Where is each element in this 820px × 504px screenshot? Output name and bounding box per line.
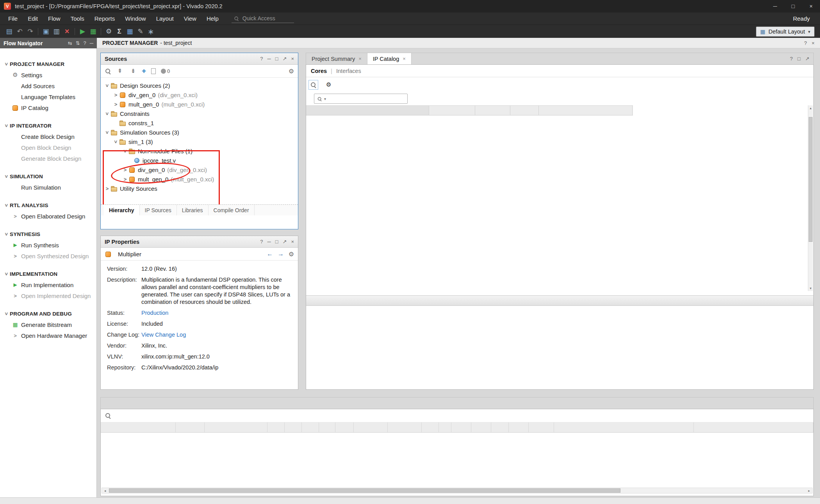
close-icon[interactable]: ×	[358, 56, 362, 62]
tree-row[interactable]: Design Sources (2)	[101, 81, 298, 90]
column-header[interactable]	[510, 106, 539, 115]
flow-navigator-item[interactable]: Language Templates	[0, 91, 96, 102]
property-value[interactable]: View Change Log	[141, 331, 296, 339]
column-header[interactable]	[285, 422, 302, 432]
tree-row[interactable]: div_gen_0 (div_gen_0.xci)	[101, 90, 298, 99]
expander-icon[interactable]	[122, 167, 128, 173]
minimize-icon[interactable]: ─	[267, 56, 271, 62]
flow-navigator-item[interactable]: Run Simulation	[0, 182, 96, 193]
column-header[interactable]	[451, 422, 471, 432]
column-header[interactable]	[475, 106, 510, 115]
expander-icon[interactable]	[122, 148, 128, 154]
horizontal-scrollbar[interactable]: ◂ ▸	[102, 488, 813, 493]
subtab-interfaces[interactable]: Interfaces	[336, 68, 361, 74]
catalog-search-input[interactable]: ▾	[314, 94, 408, 104]
maximize-icon[interactable]: □	[275, 239, 278, 245]
sources-tab[interactable]: Libraries	[177, 205, 209, 215]
expander-icon[interactable]	[104, 110, 111, 117]
column-header[interactable]	[539, 106, 633, 115]
section-header[interactable]: IP INTEGRATOR	[0, 120, 96, 131]
report-sum-icon[interactable]	[114, 27, 125, 37]
expand-sections-icon[interactable]: ⇅	[76, 40, 80, 46]
expander-icon[interactable]	[104, 129, 111, 136]
maximize-icon[interactable]: □	[797, 56, 800, 62]
column-header[interactable]	[471, 422, 491, 432]
minimize-button[interactable]: ─	[766, 0, 784, 12]
tree-row[interactable]: Non-module Files (1)	[101, 146, 298, 156]
menu-item[interactable]: Edit	[23, 12, 43, 25]
tree-row[interactable]: ipcore_test.v	[101, 156, 298, 165]
copy-icon[interactable]	[51, 27, 62, 37]
flow-navigator-item[interactable]: Open Hardware Manager	[0, 330, 96, 341]
separator[interactable]	[101, 28, 101, 35]
minimize-icon[interactable]: ─	[267, 239, 271, 245]
scroll-thumb[interactable]	[109, 488, 620, 493]
property-value[interactable]: xilinx.com:ip:mult_gen:12.0	[141, 353, 296, 360]
column-header[interactable]	[491, 422, 509, 432]
property-value[interactable]: Included	[141, 320, 296, 328]
separator[interactable]	[75, 28, 75, 35]
help-icon[interactable]: ?	[790, 56, 793, 62]
gear-icon[interactable]: ⚙	[326, 81, 331, 88]
section-header[interactable]: SIMULATION	[0, 171, 96, 182]
close-icon[interactable]: ×	[291, 239, 294, 245]
float-icon[interactable]: ↗	[283, 56, 287, 62]
details-header[interactable]	[306, 295, 813, 306]
column-header[interactable]	[306, 106, 429, 115]
tree-row[interactable]: div_gen_0 (div_gen_0.xci)	[101, 165, 298, 174]
section-header[interactable]: PROJECT MANAGER	[0, 59, 96, 69]
section-header[interactable]: PROGRAM AND DEBUG	[0, 308, 96, 319]
column-header[interactable]	[176, 422, 205, 432]
flow-navigator-item[interactable]: IP Catalog	[0, 102, 96, 113]
flow-navigator-item[interactable]: Add Sources	[0, 80, 96, 91]
flow-navigator-item[interactable]: Settings	[0, 69, 96, 80]
flow-navigator-item[interactable]: Open Implemented Design	[0, 290, 96, 301]
section-header[interactable]: SYNTHESIS	[0, 229, 96, 240]
help-icon[interactable]: ?	[260, 239, 263, 245]
tree-row[interactable]: Simulation Sources (3)	[101, 128, 298, 137]
menu-item[interactable]: Help	[201, 12, 224, 25]
flow-navigator-item[interactable]: Open Synthesized Design	[0, 250, 96, 261]
section-header[interactable]: RTL ANALYSIS	[0, 200, 96, 211]
property-value[interactable]: Multiplication is a fundamental DSP oper…	[141, 276, 296, 306]
column-header[interactable]	[529, 422, 554, 432]
document-tab[interactable]: Project Summary ×	[306, 53, 367, 64]
scroll-down-icon[interactable]: ▾	[808, 286, 813, 291]
sources-panel-header[interactable]: Sources ?─□↗×	[101, 53, 298, 65]
expand-all-icon[interactable]	[128, 66, 138, 76]
help-icon[interactable]: ?	[804, 40, 807, 46]
expander-icon[interactable]	[122, 176, 128, 183]
column-header[interactable]	[319, 422, 335, 432]
chip-icon[interactable]	[125, 27, 135, 37]
menu-item[interactable]: File	[3, 12, 23, 25]
flow-navigator-item[interactable]: Run Synthesis	[0, 240, 96, 250]
cancel-run-icon[interactable]	[62, 27, 72, 37]
column-header[interactable]	[439, 422, 451, 432]
flow-navigator-item[interactable]: Run Implementation	[0, 279, 96, 290]
tree-row[interactable]: constrs_1	[101, 118, 298, 128]
close-icon[interactable]: ×	[403, 56, 406, 62]
forward-icon[interactable]: →	[278, 250, 284, 257]
sources-tab[interactable]: IP Sources	[140, 205, 177, 215]
column-header[interactable]	[267, 422, 285, 432]
search-icon[interactable]	[105, 68, 111, 75]
tree-row[interactable]: sim_1 (3)	[101, 137, 298, 146]
search-icon[interactable]	[105, 412, 111, 419]
sources-tab[interactable]: Hierarchy	[104, 205, 140, 215]
help-icon[interactable]: ?	[260, 56, 263, 62]
expander-icon[interactable]	[104, 185, 111, 192]
maximize-icon[interactable]: □	[275, 56, 278, 62]
property-value[interactable]: Production	[141, 309, 296, 317]
close-button[interactable]: ×	[802, 0, 820, 12]
expander-icon[interactable]	[112, 101, 119, 108]
document-tab[interactable]: IP Catalog ×	[367, 53, 412, 64]
column-header[interactable]	[388, 422, 422, 432]
help-icon[interactable]: ?	[84, 40, 86, 46]
column-header[interactable]	[694, 422, 813, 432]
expander-icon[interactable]	[112, 138, 119, 145]
property-value[interactable]: Xilinx, Inc.	[141, 342, 296, 350]
tree-row[interactable]: mult_gen_0 (mult_gen_0.xci)	[101, 174, 298, 184]
highlight-icon[interactable]	[146, 27, 156, 37]
menu-item[interactable]: Reports	[89, 12, 120, 25]
flow-navigator-item[interactable]: Generate Bitstream	[0, 319, 96, 330]
